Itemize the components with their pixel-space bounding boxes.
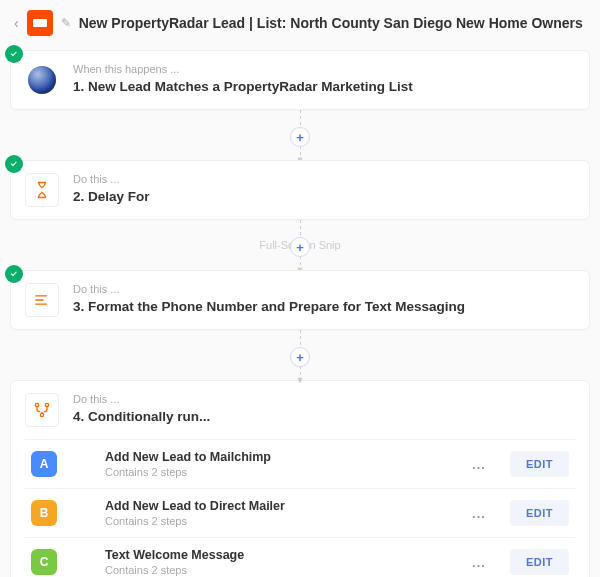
path-badge: C bbox=[31, 549, 57, 575]
path-row-a[interactable]: A Add New Lead to Mailchimp Contains 2 s… bbox=[25, 439, 575, 488]
step-title: 3. Format the Phone Number and Prepare f… bbox=[73, 299, 575, 314]
path-text: Text Welcome Message Contains 2 steps bbox=[71, 548, 448, 576]
step-label: Do this ... bbox=[73, 173, 575, 185]
step-title: 2. Delay For bbox=[73, 189, 575, 204]
add-step-button[interactable]: + bbox=[290, 347, 310, 367]
svg-point-1 bbox=[45, 403, 48, 406]
path-row-b[interactable]: B Add New Lead to Direct Mailer Contains… bbox=[25, 488, 575, 537]
step-label: Do this ... bbox=[73, 283, 575, 295]
edit-title-icon[interactable]: ✎ bbox=[61, 16, 71, 30]
check-icon bbox=[5, 265, 23, 283]
path-title: Text Welcome Message bbox=[105, 548, 448, 562]
connector-3: + ▼ bbox=[10, 330, 590, 380]
step-card-1[interactable]: When this happens ... 1. New Lead Matche… bbox=[10, 50, 590, 110]
step-title: 1. New Lead Matches a PropertyRadar Mark… bbox=[73, 79, 575, 94]
path-text: Add New Lead to Direct Mailer Contains 2… bbox=[71, 499, 448, 527]
step-content: Do this ... 2. Delay For bbox=[73, 173, 575, 204]
add-step-button[interactable]: + bbox=[290, 237, 310, 257]
branch-icon bbox=[25, 393, 59, 427]
edit-button[interactable]: EDIT bbox=[510, 451, 569, 477]
path-title: Add New Lead to Direct Mailer bbox=[105, 499, 448, 513]
path-text: Add New Lead to Mailchimp Contains 2 ste… bbox=[71, 450, 448, 478]
step-card-2[interactable]: Do this ... 2. Delay For bbox=[10, 160, 590, 220]
path-sub: Contains 2 steps bbox=[105, 466, 448, 478]
step-card-3[interactable]: Do this ... 3. Format the Phone Number a… bbox=[10, 270, 590, 330]
back-chevron-icon[interactable]: ‹ bbox=[14, 15, 19, 31]
step-label: When this happens ... bbox=[73, 63, 575, 75]
step-content: Do this ... 4. Conditionally run... bbox=[73, 393, 575, 424]
path-sub: Contains 2 steps bbox=[105, 564, 448, 576]
connector-1: + ▼ bbox=[10, 110, 590, 160]
connector-2: + ▼ Full-Screen Snip bbox=[10, 220, 590, 270]
check-icon bbox=[5, 45, 23, 63]
add-step-button[interactable]: + bbox=[290, 127, 310, 147]
path-sub: Contains 2 steps bbox=[105, 515, 448, 527]
svg-point-0 bbox=[35, 403, 38, 406]
path-badge: A bbox=[31, 451, 57, 477]
flow-container: When this happens ... 1. New Lead Matche… bbox=[0, 50, 600, 577]
format-icon bbox=[25, 283, 59, 317]
step-label: Do this ... bbox=[73, 393, 575, 405]
more-menu-icon[interactable]: ... bbox=[462, 457, 496, 472]
multi-header: Do this ... 4. Conditionally run... bbox=[25, 393, 575, 427]
path-row-c[interactable]: C Text Welcome Message Contains 2 steps … bbox=[25, 537, 575, 577]
page-title: New PropertyRadar Lead | List: North Cou… bbox=[79, 15, 583, 31]
step-card-4[interactable]: Do this ... 4. Conditionally run... A Ad… bbox=[10, 380, 590, 577]
step-content: Do this ... 3. Format the Phone Number a… bbox=[73, 283, 575, 314]
step-title: 4. Conditionally run... bbox=[73, 409, 575, 424]
edit-button[interactable]: EDIT bbox=[510, 500, 569, 526]
path-title: Add New Lead to Mailchimp bbox=[105, 450, 448, 464]
path-badge: B bbox=[31, 500, 57, 526]
header: ‹ ✎ New PropertyRadar Lead | List: North… bbox=[0, 0, 600, 50]
step-content: When this happens ... 1. New Lead Matche… bbox=[73, 63, 575, 94]
app-icon bbox=[27, 10, 53, 36]
svg-point-2 bbox=[40, 413, 43, 416]
check-icon bbox=[5, 155, 23, 173]
edit-button[interactable]: EDIT bbox=[510, 549, 569, 575]
more-menu-icon[interactable]: ... bbox=[462, 506, 496, 521]
delay-icon bbox=[25, 173, 59, 207]
globe-icon bbox=[25, 63, 59, 97]
more-menu-icon[interactable]: ... bbox=[462, 555, 496, 570]
